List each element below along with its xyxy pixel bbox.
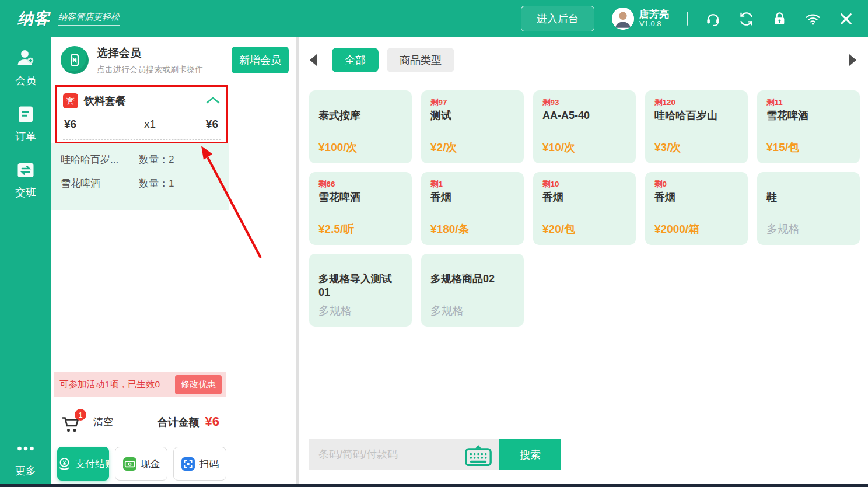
tab-all[interactable]: 全部: [332, 48, 379, 72]
cart-icon[interactable]: 1: [61, 409, 84, 435]
brand: 纳客 纳客管店更轻松: [18, 8, 120, 29]
sidenav: 会员 订单 交班 更多: [0, 37, 51, 484]
total-value: ¥6: [205, 414, 219, 429]
shift-exchange-icon: [15, 160, 36, 183]
search-input-wrap: [309, 439, 499, 470]
combo-sub-items: 哇哈哈百岁... 数量：2 雪花啤酒 数量：1: [51, 143, 229, 210]
sidebar-item-orders[interactable]: 订单: [15, 104, 36, 143]
sidebar-item-label: 更多: [15, 464, 36, 478]
total-row: 1 清空 合计金额 ¥6: [51, 397, 229, 446]
edit-discount-button[interactable]: 修改优惠: [175, 375, 222, 394]
sync-icon[interactable]: [738, 11, 754, 27]
topbar-right: 进入后台 唐芳亮 V1.0.8: [521, 6, 854, 31]
pay-checkout-button[interactable]: 支付结账: [57, 447, 109, 481]
product-price: ¥15/包: [766, 140, 850, 155]
product-name: 多规格导入测试01: [318, 272, 402, 300]
combo-sub-item[interactable]: 雪花啤酒 数量：1: [61, 177, 229, 190]
keyboard-icon[interactable]: [464, 445, 492, 465]
product-price: ¥2/次: [430, 140, 514, 155]
product-panel: 全部 商品类型 泰式按摩 ¥100/次 剩97 测试 ¥2/次 剩93 AA-A…: [299, 37, 868, 484]
product-stock: [430, 261, 514, 271]
member-header: 选择会员 点击进行会员搜索或刷卡操作 新增会员: [51, 37, 296, 85]
search-button[interactable]: 搜索: [499, 439, 561, 470]
yuan-coin-icon: [57, 457, 72, 471]
product-stock: 剩66: [318, 179, 402, 190]
product-name: AA-A5-40: [542, 109, 626, 122]
product-card[interactable]: 剩97 测试 ¥2/次: [421, 90, 524, 163]
product-grid: 泰式按摩 ¥100/次 剩97 测试 ¥2/次 剩93 AA-A5-40 ¥10…: [309, 90, 860, 327]
tab-product-type[interactable]: 商品类型: [387, 48, 454, 72]
product-card[interactable]: 剩10 香烟 ¥20/包: [533, 172, 636, 245]
scan-button[interactable]: 扫码: [173, 447, 226, 481]
cash-button[interactable]: 现金: [115, 447, 168, 481]
select-member-area[interactable]: 选择会员 点击进行会员搜索或刷卡操作: [97, 45, 203, 75]
member-icon: [15, 48, 36, 71]
sidebar-item-more[interactable]: 更多: [15, 438, 36, 478]
panel-divider: [296, 37, 299, 484]
combo-badge: 套: [63, 93, 78, 108]
sidebar-item-shift[interactable]: 交班: [15, 160, 36, 199]
product-stock: [766, 179, 850, 190]
product-card[interactable]: 鞋 多规格: [757, 172, 860, 245]
cart-item-selected[interactable]: 套 饮料套餐 ¥6 x1 ¥6: [56, 86, 226, 142]
product-card[interactable]: 剩1 香烟 ¥180/条: [421, 172, 524, 245]
total-label: 合计金额: [158, 415, 200, 429]
product-name: 雪花啤酒: [318, 191, 402, 204]
product-price: ¥2.5/听: [318, 222, 402, 237]
product-card[interactable]: 多规格导入测试01 多规格: [309, 254, 412, 327]
product-name: 泰式按摩: [318, 109, 402, 122]
combo-sub-item[interactable]: 哇哈哈百岁... 数量：2: [61, 153, 229, 166]
backstage-button[interactable]: 进入后台: [521, 6, 594, 31]
product-card[interactable]: 剩66 雪花啤酒 ¥2.5/听: [309, 172, 412, 245]
more-dots-icon: [15, 438, 36, 461]
promo-bar: 可参加活动1项，已生效0 修改优惠: [54, 372, 226, 397]
add-member-button[interactable]: 新增会员: [232, 47, 289, 73]
product-card[interactable]: 剩120 哇哈哈百岁山 ¥3/次: [645, 90, 748, 163]
product-price: ¥100/次: [318, 140, 402, 155]
product-card[interactable]: 剩93 AA-A5-40 ¥10/次: [533, 90, 636, 163]
dashed-divider: [63, 139, 220, 140]
product-stock: [318, 261, 402, 271]
cart-count-badge: 1: [75, 409, 86, 421]
avatar: [612, 8, 634, 30]
customer-service-icon[interactable]: [705, 11, 721, 27]
category-scroll-right-icon[interactable]: [848, 52, 860, 68]
slogan: 纳客管店更轻松: [58, 12, 120, 26]
cart-item-unit-price: ¥6: [64, 118, 117, 131]
product-stock: 剩120: [654, 97, 738, 108]
member-card-icon: [61, 46, 89, 74]
product-name: 多规格商品02: [430, 272, 514, 286]
product-stock: 剩1: [430, 179, 514, 190]
product-price: ¥3/次: [654, 140, 738, 155]
topbar-divider: [687, 12, 688, 26]
product-name: 香烟: [430, 191, 514, 204]
product-stock: 剩0: [654, 179, 738, 190]
product-card[interactable]: 泰式按摩 ¥100/次: [309, 90, 412, 163]
product-price: ¥2000/箱: [654, 222, 738, 237]
barcode-search-input[interactable]: [318, 449, 464, 461]
chevron-up-icon[interactable]: [205, 96, 220, 106]
cart-item-qty: x1: [117, 118, 183, 131]
wifi-icon[interactable]: [805, 11, 821, 27]
close-icon[interactable]: [838, 11, 854, 27]
lock-icon[interactable]: [772, 11, 788, 27]
product-card[interactable]: 剩0 香烟 ¥2000/箱: [645, 172, 748, 245]
user-info[interactable]: 唐芳亮 V1.0.8: [612, 8, 669, 30]
category-scroll-left-icon[interactable]: [309, 52, 320, 68]
cart-item-name: 饮料套餐: [84, 94, 200, 108]
sub-item-name: 哇哈哈百岁...: [61, 153, 139, 166]
product-stock: 剩93: [542, 97, 626, 108]
product-stock: 剩10: [542, 179, 626, 190]
product-price: ¥10/次: [542, 140, 626, 155]
product-price: ¥20/包: [542, 222, 626, 237]
logo: 纳客: [18, 8, 50, 29]
product-card[interactable]: 多规格商品02 多规格: [421, 254, 524, 327]
product-price: 多规格: [430, 303, 514, 318]
product-price: 多规格: [318, 303, 402, 318]
user-name: 唐芳亮: [639, 9, 669, 20]
sub-item-name: 雪花啤酒: [61, 177, 139, 190]
clear-cart-button[interactable]: 清空: [93, 415, 113, 429]
product-card[interactable]: 剩11 雪花啤酒 ¥15/包: [757, 90, 860, 163]
select-member-subtitle: 点击进行会员搜索或刷卡操作: [97, 65, 203, 75]
sidebar-item-member[interactable]: 会员: [15, 48, 36, 87]
